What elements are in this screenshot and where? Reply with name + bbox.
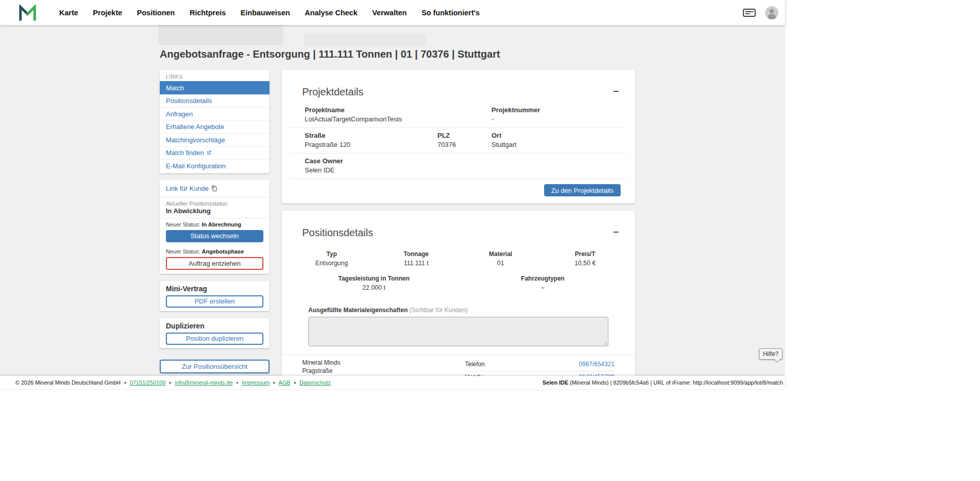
nav-item-richtpreis[interactable]: Richtpreis (189, 9, 226, 17)
preis-t-label: Preis/T (543, 250, 628, 258)
nav-item-so-funktionierts[interactable]: So funktioniert's (422, 9, 480, 17)
help-button[interactable]: Hilfe? (759, 348, 782, 360)
menu-item-positionsdetails[interactable]: Positionsdetails (160, 94, 270, 108)
footer-agb-link[interactable]: AGB (279, 379, 290, 386)
menu-item-erhaltene-angebote[interactable]: Erhaltene Angebote (160, 120, 270, 134)
tonnage-label: Tonnage (374, 250, 459, 258)
nav-item-karte[interactable]: Karte (59, 9, 78, 17)
nav-item-einbauweisen[interactable]: Einbauweisen (240, 9, 290, 17)
projektname-value: LotActualTargetComparisonTests (305, 115, 437, 123)
page-title: Angebotsanfrage - Entsorgung | 111.111 T… (160, 48, 500, 60)
tagesleistung-label: Tagesleistung in Tonnen (289, 275, 458, 282)
strasse-label: Straße (305, 132, 437, 139)
position-overview-button[interactable]: Zur Positionsübersicht (160, 360, 270, 373)
material-properties-hint: (Sichtbar für Kunden) (409, 307, 468, 314)
nav-item-positionen[interactable]: Positionen (137, 9, 175, 17)
material-properties-textarea[interactable] (308, 317, 608, 346)
next-status-line-1: Neuer Status:In Abrechnung (166, 221, 263, 227)
nav-item-analyse-check[interactable]: Analyse Check (305, 9, 357, 17)
duplicate-position-button[interactable]: Position duplizieren (166, 333, 263, 345)
collapse-minus-icon[interactable]: – (611, 85, 621, 95)
footer-email-link[interactable]: info@mineral-minds.de (175, 379, 233, 386)
phone-link[interactable]: 0987/654321 (579, 361, 615, 368)
footer-copyright: © 2026 Mineral Minds Deutschland GmbH (15, 379, 120, 386)
fahrzeugtypen-value: – (458, 284, 627, 291)
status-change-button[interactable]: Status wechseln (166, 230, 263, 242)
projektnummer-label: Projektnummer (492, 106, 627, 114)
position-fields-row-2: Tagesleistung in Tonnen 22.000 t Fahrzeu… (289, 275, 627, 291)
divider (160, 218, 270, 218)
position-fields-row-1: Typ Entsorgung Tonnage 111.111 t Materia… (289, 250, 627, 267)
menu-item-match[interactable]: Match (160, 81, 270, 94)
position-details-title: Positionsdetails (302, 226, 373, 239)
preis-t-value: 10,50 € (543, 260, 628, 267)
mobile-row: Handy 0123/456789 (465, 371, 615, 376)
copy-icon (211, 185, 217, 192)
to-project-details-button[interactable]: Zu den Projektdetails (544, 184, 621, 196)
menu-item-match-finden[interactable]: Match finden (160, 146, 270, 160)
material-label: Material (458, 250, 543, 258)
app-logo[interactable] (18, 5, 37, 21)
skeleton-block (158, 25, 283, 45)
current-status-value: In Abwicklung (166, 207, 263, 215)
case-owner-label: Case Owner (305, 157, 437, 165)
phone-row: Telefon 0987/654321 (465, 359, 615, 371)
contact-address: Mineral Minds Pragstraße 70376 Stuttgart (302, 359, 465, 376)
status-card: Link für Kunde Aktueller Positionsstatus… (160, 180, 270, 274)
footer-impressum-link[interactable]: Impressum (242, 379, 270, 386)
collapse-minus-icon[interactable]: – (611, 226, 621, 236)
footer-user: Selen IDE (543, 379, 569, 386)
footer-left: © 2026 Mineral Minds Deutschland GmbH • … (15, 379, 331, 386)
position-details-card: Positionsdetails – Typ Entsorgung Tonnag… (282, 211, 635, 376)
links-menu-card: LINKS Match Positionsdetails Anfragen Er… (160, 70, 270, 173)
card-reader-icon[interactable] (743, 8, 756, 18)
mini-contract-card: Mini-Vertrag PDF erstellen (160, 281, 270, 311)
page-background: Angebotsanfrage - Entsorgung | 111.111 T… (0, 25, 785, 376)
tonnage-value: 111.111 t (374, 260, 459, 267)
menu-item-matchingvorschlaege[interactable]: Matchingvorschläge (160, 133, 270, 146)
case-owner-value: Selen IDE (305, 166, 437, 174)
project-details-card: Projektdetails – Projektname LotActualTa… (282, 70, 635, 204)
projektnummer-value: - (492, 115, 627, 123)
footer-datenschutz-link[interactable]: Datenschutz (300, 379, 331, 386)
main-content: Projektdetails – Projektname LotActualTa… (282, 70, 635, 376)
customer-link[interactable]: Link für Kunde (166, 185, 209, 192)
fahrzeugtypen-label: Fahrzeugtypen (458, 275, 627, 282)
contact-numbers: Telefon 0987/654321 Handy 0123/456789 (465, 359, 615, 376)
project-row-2: Straße Pragstraße 120 PLZ 70376 Ort Stut… (289, 128, 627, 154)
navbar-right (743, 6, 778, 19)
nav-item-verwalten[interactable]: Verwalten (372, 9, 407, 17)
project-row-3: Case Owner Selen IDE (289, 154, 627, 179)
user-avatar-icon[interactable] (765, 6, 778, 19)
contact-section: Mineral Minds Pragstraße 70376 Stuttgart… (282, 355, 635, 376)
links-label: LINKS (160, 70, 270, 81)
plz-label: PLZ (437, 132, 492, 139)
footer-session-info: Selen IDE (Mineral Minds) | 8209b5fc54a6… (543, 379, 783, 386)
ort-label: Ort (492, 132, 627, 139)
main-nav: Karte Projekte Positionen Richtpreis Ein… (59, 9, 480, 17)
current-status-label: Aktueller Positionsstatus: (166, 200, 263, 207)
divider (160, 197, 270, 197)
mini-contract-title: Mini-Vertrag (166, 285, 263, 293)
plz-value: 70376 (437, 141, 492, 148)
strasse-value: Pragstraße 120 (305, 141, 437, 148)
ort-value: Stuttgart (492, 141, 627, 148)
material-properties-label: Ausgefüllte Materialeigenschaften (Sicht… (308, 307, 608, 314)
project-details-title: Projektdetails (302, 85, 363, 98)
mineral-minds-logo (18, 5, 37, 21)
menu-item-email-konfiguration[interactable]: E-Mail Konfiguration (160, 159, 270, 172)
duplicate-card: Duplizieren Position duplizieren (160, 318, 270, 348)
app-viewport: Karte Projekte Positionen Richtpreis Ein… (0, 0, 785, 481)
menu-item-anfragen[interactable]: Anfragen (160, 107, 270, 120)
projektname-label: Projektname (305, 106, 437, 114)
footer: © 2026 Mineral Minds Deutschland GmbH • … (0, 376, 785, 389)
footer-phone-link[interactable]: 07151/250100 (130, 379, 165, 386)
typ-value: Entsorgung (289, 260, 374, 267)
material-value: 01 (458, 260, 543, 267)
contact-company: Mineral Minds (302, 359, 465, 367)
contact-street: Pragstraße (302, 367, 465, 375)
pdf-create-button[interactable]: PDF erstellen (166, 295, 263, 308)
nav-item-projekte[interactable]: Projekte (93, 9, 122, 17)
phone-label: Telefon (465, 361, 485, 368)
revoke-order-button[interactable]: Auftrag entziehen (166, 257, 263, 270)
